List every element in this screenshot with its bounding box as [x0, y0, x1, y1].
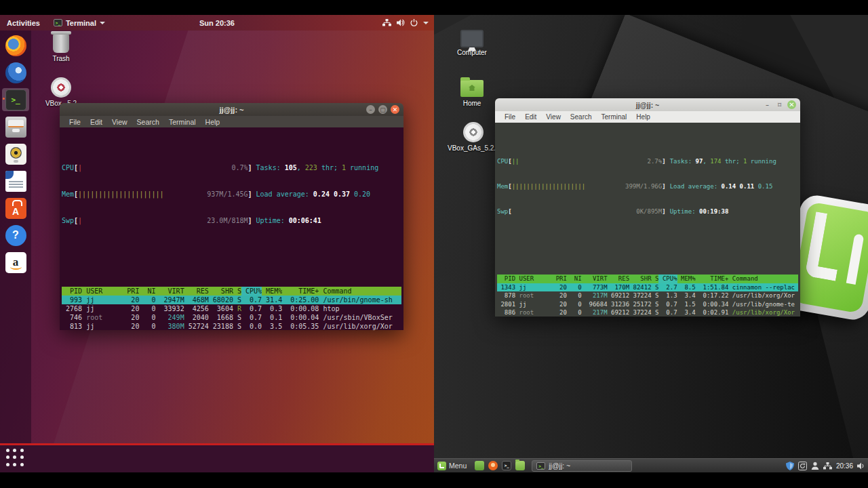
ubuntu-desktop: Activities >_ Terminal Sun 20:36 >_ A ?	[0, 15, 434, 472]
desktop-icon-home[interactable]: Home	[453, 77, 491, 107]
process-row: 993 jj 20 0 2947M 468M 68020 S 0.7 31.4 …	[62, 296, 401, 304]
mem-meter: Mem[|||||||||||||||||||||937M/1.45G]	[62, 190, 252, 199]
swap-meter: Swp[|23.0M/818M]	[62, 216, 252, 225]
dock-item-files[interactable]	[2, 115, 29, 138]
show-applications-button[interactable]	[6, 449, 25, 468]
cd-disc-icon	[51, 77, 71, 98]
rhythmbox-icon	[5, 144, 26, 165]
dock-item-libreoffice-writer[interactable]	[2, 169, 29, 192]
terminal-icon: >_	[54, 19, 62, 26]
dock-item-ubuntu-software[interactable]: A	[2, 197, 29, 220]
firefox-icon[interactable]	[488, 461, 498, 470]
files-icon[interactable]	[515, 461, 525, 470]
show-desktop-icon[interactable]	[475, 461, 484, 470]
thunderbird-icon	[5, 62, 26, 83]
dock-item-thunderbird[interactable]	[2, 61, 29, 84]
process-row: 2768 jj 20 0 33932 4256 3604 R 0.7 0.3 0…	[62, 304, 401, 313]
maximize-button[interactable]: ⌑	[775, 100, 784, 109]
mint-terminal-window: jj@jj: ~ – ⌑ ✕ FileEditViewSearchTermina…	[495, 98, 800, 317]
libreoffice-writer-icon	[5, 171, 26, 192]
computer-icon	[460, 30, 484, 47]
cpu-meter: CPU[||2.7%]	[497, 157, 666, 165]
menu-item-edit[interactable]: Edit	[521, 113, 540, 121]
menu-item-help[interactable]: Help	[632, 113, 654, 121]
tasks-line: Tasks: 97, 174 thr; 1 running	[670, 157, 798, 165]
terminal-icon: >_	[536, 462, 545, 470]
dock-item-rhythmbox[interactable]	[2, 142, 29, 165]
mint-terminal-menubar: FileEditViewSearchTerminalHelp	[495, 111, 800, 123]
activities-button[interactable]: Activities	[7, 19, 40, 27]
mem-meter: Mem[||||||||||||||||||||399M/1.96G]	[497, 182, 666, 190]
uptime-line: Uptime: 00:19:38	[670, 207, 798, 216]
mint-logo-icon	[437, 462, 446, 470]
menu-item-edit[interactable]: Edit	[86, 118, 106, 126]
ubuntu-terminal-titlebar[interactable]: jj@jj: ~ – ▢ ✕	[60, 103, 403, 116]
swap-meter: Swp[0K/895M]	[497, 207, 666, 216]
menu-item-terminal[interactable]: Terminal	[165, 118, 200, 126]
dock-item-amazon[interactable]: a	[2, 251, 29, 274]
desktop-icon-computer[interactable]: Computer	[453, 30, 491, 56]
dock-item-terminal[interactable]: >_	[2, 88, 29, 111]
close-button[interactable]: ✕	[787, 100, 796, 109]
mint-terminal-content[interactable]: CPU[||2.7%] Mem[||||||||||||||||||||399M…	[495, 123, 800, 317]
ubuntu-dock: >_ A ? a	[0, 30, 31, 443]
process-row: 1343 jj 20 0 773M 170M 82412 S 2.7 8.5 1…	[497, 283, 798, 291]
ubuntu-software-icon: A	[5, 198, 26, 219]
process-row: 2801 jj 20 0 96684 31236 25172 S 0.7 1.5…	[497, 300, 798, 308]
menu-item-view[interactable]: View	[108, 118, 132, 126]
menu-item-terminal[interactable]: Terminal	[597, 113, 631, 121]
ubuntu-terminal-menubar: FileEditViewSearchTerminalHelp	[60, 116, 403, 127]
chevron-down-icon	[100, 22, 105, 24]
dock-item-help[interactable]: ?	[2, 224, 29, 247]
firewall-shield-icon[interactable]	[786, 462, 794, 470]
desktop-icon-vbox-cd[interactable]: VBox_GAs_5.2.10	[448, 122, 499, 152]
power-icon[interactable]	[410, 19, 418, 26]
update-manager-icon[interactable]	[798, 462, 807, 470]
menu-item-search[interactable]: Search	[566, 113, 596, 121]
help-icon: ?	[5, 225, 26, 246]
files-icon	[5, 117, 26, 138]
minimize-button[interactable]: –	[763, 100, 772, 109]
menu-item-help[interactable]: Help	[201, 118, 224, 126]
gnome-top-bar: Activities >_ Terminal Sun 20:36	[0, 15, 434, 30]
minimize-button[interactable]: –	[366, 105, 375, 114]
dock-item-firefox[interactable]	[2, 34, 29, 57]
load-average-line: Load average: 0.24 0.37 0.20	[256, 190, 401, 199]
close-button[interactable]: ✕	[391, 105, 399, 114]
terminal-icon[interactable]: >_	[502, 461, 511, 470]
cpu-meter: CPU[|0.7%]	[62, 163, 252, 172]
user-applet-icon[interactable]	[811, 462, 819, 470]
process-row: 746 root 20 0 249M 2040 1668 S 0.7 0.1 0…	[62, 313, 401, 322]
maximize-button[interactable]: ▢	[378, 105, 387, 114]
menu-item-view[interactable]: View	[542, 113, 565, 121]
process-row: 886 root 20 0 217M 69212 37224 S 0.7 3.4…	[497, 308, 798, 317]
amazon-icon: a	[5, 252, 26, 273]
menu-item-file[interactable]: File	[65, 118, 85, 126]
mint-desktop: Computer Home VBox_GAs_5.2.10 jj@jj: ~ –…	[434, 15, 868, 472]
process-row: 878 root 20 0 217M 69212 37224 S 1.3 3.4…	[497, 291, 798, 300]
window-list-button[interactable]: >_ jj@jj: ~	[532, 460, 632, 472]
home-folder-icon	[460, 80, 484, 97]
volume-icon[interactable]	[397, 19, 405, 26]
app-menu-terminal[interactable]: >_ Terminal	[54, 19, 105, 27]
menu-item-search[interactable]: Search	[133, 118, 163, 126]
trash-icon	[53, 34, 69, 53]
cd-disc-icon	[463, 122, 484, 142]
network-icon[interactable]	[382, 19, 391, 26]
taskbar-clock[interactable]: 20:36	[836, 462, 853, 470]
process-table-header[interactable]: PID USER PRI NI VIRT RES SHR S CPU% MEM%…	[497, 274, 798, 283]
chevron-down-icon	[423, 22, 429, 24]
menu-item-file[interactable]: File	[500, 113, 519, 121]
volume-icon[interactable]	[857, 462, 865, 470]
window-title: jj@jj: ~	[636, 101, 659, 109]
mint-terminal-titlebar[interactable]: jj@jj: ~ – ⌑ ✕	[495, 98, 800, 111]
screen: Activities >_ Terminal Sun 20:36 >_ A ?	[0, 0, 868, 488]
desktop-icon-trash[interactable]: Trash	[42, 34, 80, 62]
mint-taskbar: Menu >_ >_ jj@jj: ~ 20:36	[434, 458, 868, 472]
process-row: 813 jj 20 0 380M 52724 23188 S 0.0 3.5 0…	[62, 322, 401, 330]
firefox-icon	[5, 35, 26, 56]
process-table-header[interactable]: PID USER PRI NI VIRT RES SHR S CPU% MEM%…	[62, 287, 401, 296]
network-icon[interactable]	[823, 462, 832, 470]
mint-menu-button[interactable]: Menu	[434, 459, 472, 472]
ubuntu-terminal-content[interactable]: CPU[|0.7%] Mem[|||||||||||||||||||||937M…	[60, 127, 403, 330]
